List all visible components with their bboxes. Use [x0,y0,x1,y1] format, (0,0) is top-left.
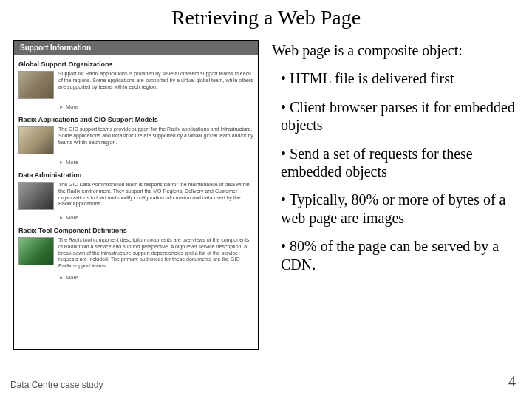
section-heading: Data Administration [18,171,253,179]
bullet-item: • 80% of the page can be served by a CDN… [272,237,523,273]
section-thumbnail [18,71,54,99]
slide-number: 4 [508,373,516,390]
section-text: The GIO support teams provide support fo… [58,126,253,146]
more-link: More [60,274,253,281]
more-link: More [60,103,253,110]
bullet-item: • Send a set of requests for these embed… [272,145,523,181]
section-text: The GIO Data Administration team is resp… [58,182,253,208]
section-text: Support for Radix applications is provid… [58,71,253,90]
footer-text: Data Centre case study [10,380,103,390]
screenshot-section: Radix Tool Component Definitions The Rad… [18,227,253,281]
screenshot-section: Global Support Organizations Support for… [18,61,253,110]
bullet-column: Web page is a composite object: • HTML f… [272,40,523,350]
more-link: More [60,214,253,221]
screenshot-section: Radix Applications and GIO Support Model… [18,116,253,166]
section-thumbnail [18,237,54,265]
screenshot-section: Data Administration The GIO Data Adminis… [18,171,253,221]
section-heading: Radix Tool Component Definitions [18,227,253,234]
section-thumbnail [18,126,54,154]
intro-text: Web page is a composite object: [272,41,523,59]
bullet-item: • HTML file is delivered first [272,69,523,87]
bullet-item: • Client browser parses it for embedded … [272,98,523,134]
section-heading: Radix Applications and GIO Support Model… [18,116,253,123]
webpage-screenshot: Support Information Global Support Organ… [13,40,259,350]
section-thumbnail [18,182,54,210]
section-heading: Global Support Organizations [18,61,253,68]
slide-content: Support Information Global Support Organ… [0,40,532,350]
slide-title: Retrieving a Web Page [0,0,532,40]
screenshot-header: Support Information [14,41,258,55]
more-link: More [60,159,253,166]
screenshot-body: Global Support Organizations Support for… [14,55,258,290]
section-text: The Radix tool component description doc… [58,237,253,270]
bullet-item: • Typically, 80% or more of bytes of a w… [272,191,523,227]
